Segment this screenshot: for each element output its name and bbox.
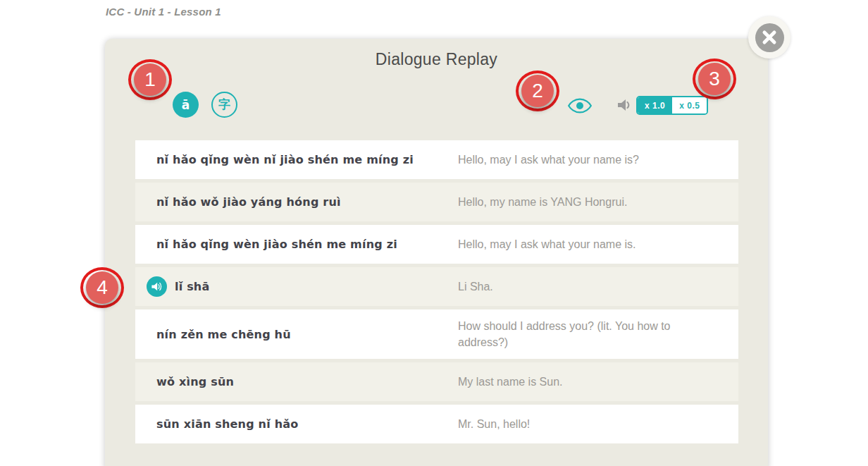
close-button[interactable] <box>748 16 790 59</box>
translation-text: Li Sha. <box>458 270 712 303</box>
pinyin-text: wǒ xìng sūn <box>135 367 458 397</box>
pinyin-text: nǐ hǎo qǐng wèn nǐ jiào shén me míng zi <box>135 145 458 175</box>
dialogue-row[interactable]: nín zěn me chēng hūHow should I address … <box>135 309 738 359</box>
playback-speed-control[interactable]: x 1.0 x 0.5 <box>636 96 708 115</box>
show-translation-eye-icon[interactable] <box>568 98 592 114</box>
pinyin-label: lǐ shā <box>175 280 209 293</box>
dialogue-replay-modal: Dialogue Replay ā 字 x 1.0 x 0.5 nǐ hǎo q… <box>105 39 768 466</box>
dialogue-row[interactable]: nǐ hǎo qǐng wèn nǐ jiào shén me míng ziH… <box>135 140 738 179</box>
modal-title: Dialogue Replay <box>105 50 768 69</box>
pinyin-text: nín zěn me chēng hū <box>135 319 458 350</box>
translation-text: Mr. Sun, hello! <box>458 407 712 441</box>
translation-text: Hello, may I ask what your name is? <box>458 143 712 176</box>
dialogue-row[interactable]: lǐ shāLi Sha. <box>135 267 738 306</box>
translation-text: Hello, may I ask what your name is. <box>458 228 712 261</box>
pinyin-text: lǐ shā <box>135 268 458 305</box>
pinyin-text: nǐ hǎo wǒ jiào yáng hóng ruì <box>135 187 458 217</box>
pinyin-text: sūn xiān sheng nǐ hǎo <box>135 409 458 439</box>
speed-x05-button[interactable]: x 0.5 <box>672 97 707 114</box>
dialogue-row[interactable]: sūn xiān sheng nǐ hǎoMr. Sun, hello! <box>135 405 738 443</box>
dialogue-list: nǐ hǎo qǐng wèn nǐ jiào shén me míng ziH… <box>135 140 738 447</box>
dialogue-row[interactable]: nǐ hǎo wǒ jiào yáng hóng ruìHello, my na… <box>135 183 738 221</box>
translation-text: Hello, my name is YANG Hongrui. <box>458 185 712 219</box>
pinyin-label: sūn xiān sheng nǐ hǎo <box>156 417 298 431</box>
speed-x1-button[interactable]: x 1.0 <box>638 97 672 114</box>
breadcrumb: ICC - Unit 1 - Lesson 1 <box>106 6 221 18</box>
audio-playing-icon[interactable] <box>147 276 167 297</box>
pinyin-label: nǐ hǎo qǐng wèn jiào shén me míng zi <box>156 238 397 251</box>
dialogue-row[interactable]: wǒ xìng sūnMy last name is Sun. <box>135 362 738 401</box>
pinyin-text: nǐ hǎo qǐng wèn jiào shén me míng zi <box>135 229 458 259</box>
volume-icon <box>616 97 633 114</box>
pinyin-toggle-button[interactable]: ā <box>173 92 199 118</box>
pinyin-label: nín zěn me chēng hū <box>156 328 291 341</box>
translation-text: My last name is Sun. <box>458 365 712 398</box>
pinyin-label: nǐ hǎo qǐng wèn nǐ jiào shén me míng zi <box>156 153 414 166</box>
dialogue-row[interactable]: nǐ hǎo qǐng wèn jiào shén me míng ziHell… <box>135 225 738 264</box>
pinyin-label: nǐ hǎo wǒ jiào yáng hóng ruì <box>156 195 341 209</box>
characters-toggle-button[interactable]: 字 <box>211 92 237 118</box>
translation-text: How should I address you? (lit. You how … <box>458 309 712 359</box>
close-icon <box>755 23 784 52</box>
pinyin-label: wǒ xìng sūn <box>156 375 234 388</box>
